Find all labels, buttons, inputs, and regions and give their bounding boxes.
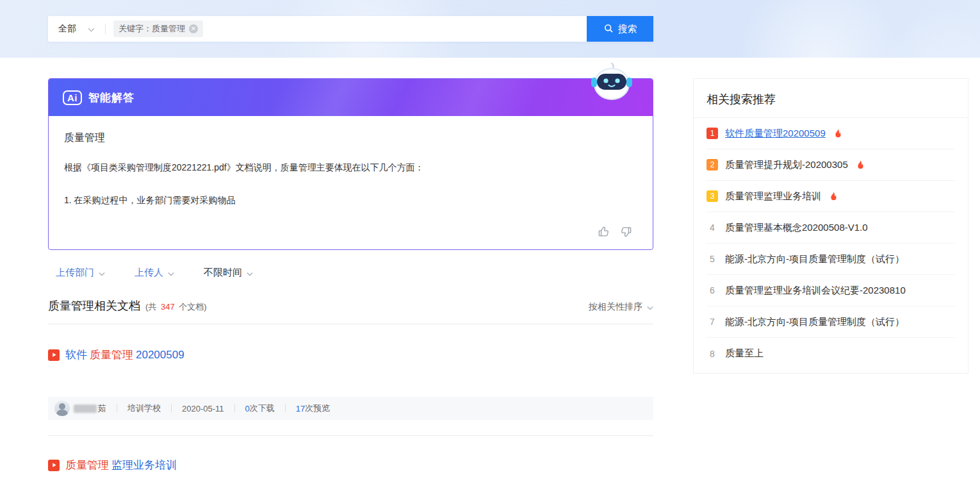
result-item-title[interactable]: 质量管理 监理业务培训 xyxy=(48,458,653,472)
divider xyxy=(234,405,235,412)
result-title-text: 软件 xyxy=(65,347,87,362)
filter-row: 上传部门 上传人 不限时间 xyxy=(48,267,653,279)
hot-flame-icon xyxy=(834,129,842,138)
thumbs-down-icon[interactable] xyxy=(620,226,632,238)
related-search-text: 质量至上 xyxy=(725,347,764,360)
ai-card-body: 质量管理 根据《项目类采购管理制度20221221.pdf》文档说明，质量管理主… xyxy=(49,116,653,249)
related-search-text: 质量管理监理业务培训 xyxy=(725,190,821,203)
related-search-link: 软件质量管理20200509 xyxy=(725,128,826,140)
search-category-dropdown[interactable]: 全部 xyxy=(48,16,105,42)
upload-date: 2020-05-11 xyxy=(182,404,224,413)
view-count: 17 xyxy=(296,404,305,413)
author-name: 茹 xyxy=(98,403,106,414)
chevron-down-icon xyxy=(168,267,174,278)
related-search-text: 能源-北京方向-项目质量管理制度（试行） xyxy=(725,316,904,328)
tag-close-icon[interactable]: ✕ xyxy=(189,24,198,33)
results-count: (共 347 个文档) xyxy=(145,301,207,313)
search-input-zone: 关键字：质量管理 ✕ xyxy=(106,16,587,42)
rank-number: 7 xyxy=(706,316,718,328)
divider xyxy=(285,405,286,412)
related-search-text: 质量管理提升规划-20200305 xyxy=(725,159,848,171)
search-icon xyxy=(603,23,614,35)
related-search-item[interactable]: 6 质量管理监理业务培训会议纪要-20230810 xyxy=(706,275,955,306)
related-search-item[interactable]: 8 质量至上 xyxy=(706,338,955,369)
related-search-item[interactable]: 7 能源-北京方向-项目质量管理制度（试行） xyxy=(706,306,955,338)
search-button-label: 搜索 xyxy=(618,23,637,35)
rank-badge: 1 xyxy=(706,128,718,139)
chevron-down-icon xyxy=(247,267,253,278)
main-column: Ai 智能解答 质量管理 根据《项目类采购管理制度20221221.pdf》文档… xyxy=(48,78,653,472)
related-search-panel: 相关搜索推荐 1 软件质量管理20200509 2 质量管理提升规划-20200… xyxy=(693,78,968,374)
filter-uploader[interactable]: 上传人 xyxy=(135,267,174,279)
ai-feedback-row xyxy=(64,226,637,242)
author-name-blurred xyxy=(74,405,97,413)
download-count: 0 xyxy=(245,404,250,413)
result-meta-bar: 茹 培训学校 2020-05-11 0 次下载 17 次预览 xyxy=(48,397,653,420)
count-suffix: 个文档) xyxy=(179,302,206,312)
filter-upload-department[interactable]: 上传部门 xyxy=(56,267,105,279)
related-search-item[interactable]: 1 软件质量管理20200509 xyxy=(706,118,955,149)
search-button[interactable]: 搜索 xyxy=(587,16,653,42)
thumbs-up-icon[interactable] xyxy=(598,226,610,238)
document-type-icon xyxy=(48,460,60,471)
avatar xyxy=(54,401,70,416)
rank-badge: 2 xyxy=(706,159,718,171)
chevron-down-icon xyxy=(99,267,105,278)
filter-label: 上传部门 xyxy=(56,267,94,279)
hot-flame-icon xyxy=(829,192,838,201)
result-title-text: 20200509 xyxy=(136,349,184,362)
filter-label: 上传人 xyxy=(135,267,163,279)
search-input[interactable] xyxy=(203,16,587,42)
result-title-highlight: 质量管理 xyxy=(65,458,109,472)
rank-number: 4 xyxy=(706,222,718,233)
related-search-text: 质量管理监理业务培训会议纪要-20230810 xyxy=(725,285,906,297)
robot-mascot-icon xyxy=(587,60,636,106)
result-title-highlight: 质量管理 xyxy=(90,347,133,362)
related-search-item[interactable]: 5 能源-北京方向-项目质量管理制度（试行） xyxy=(706,244,955,275)
top-search-bar: 全部 关键字：质量管理 ✕ 搜索 xyxy=(0,0,980,58)
chevron-down-icon xyxy=(88,24,95,34)
hot-flame-icon xyxy=(856,160,865,170)
result-item-title[interactable]: 软件 质量管理 20200509 xyxy=(48,347,653,362)
count-prefix: (共 xyxy=(145,302,156,312)
sort-dropdown[interactable]: 按相关性排序 xyxy=(589,301,653,313)
document-type-icon xyxy=(48,349,60,361)
decor-blob xyxy=(737,0,903,58)
related-search-text: 能源-北京方向-项目质量管理制度（试行） xyxy=(725,253,904,265)
search-box: 全部 关键字：质量管理 ✕ 搜索 xyxy=(48,16,653,42)
related-search-item[interactable]: 2 质量管理提升规划-20200305 xyxy=(706,149,955,181)
filter-label: 不限时间 xyxy=(204,267,242,279)
ai-query-text: 质量管理 xyxy=(64,131,637,145)
rank-badge: 3 xyxy=(706,190,718,202)
ai-logo-icon: Ai xyxy=(63,90,82,105)
keyword-tag: 关键字：质量管理 ✕ xyxy=(113,21,203,37)
author-org: 培训学校 xyxy=(127,403,161,414)
divider xyxy=(171,405,172,412)
view-label: 次预览 xyxy=(305,403,330,414)
keyword-tag-label: 关键字：质量管理 xyxy=(118,23,185,35)
rank-number: 8 xyxy=(706,348,718,360)
ai-answer-card: Ai 智能解答 质量管理 根据《项目类采购管理制度20221221.pdf》文档… xyxy=(48,78,653,250)
decor-blob xyxy=(878,6,980,58)
divider xyxy=(117,405,117,412)
sort-label: 按相关性排序 xyxy=(589,301,642,313)
ai-card-header: Ai 智能解答 xyxy=(49,79,653,116)
ai-card-title: 智能解答 xyxy=(88,90,135,105)
related-search-text: 质量管理基本概念20200508-V1.0 xyxy=(725,222,868,234)
chevron-down-icon xyxy=(647,302,653,312)
ai-answer-paragraph: 根据《项目类采购管理制度20221221.pdf》文档说明，质量管理主要体现在以… xyxy=(64,160,637,175)
rank-number: 6 xyxy=(706,285,718,296)
divider xyxy=(48,435,653,436)
results-title: 质量管理相关文档 xyxy=(48,298,140,313)
related-search-title: 相关搜索推荐 xyxy=(694,79,968,118)
results-header: 质量管理相关文档 (共 347 个文档) 按相关性排序 xyxy=(48,298,653,324)
download-label: 次下载 xyxy=(250,403,275,414)
result-title-text: 监理业务培训 xyxy=(111,458,177,472)
rank-number: 5 xyxy=(706,253,718,265)
related-search-item[interactable]: 4 质量管理基本概念20200508-V1.0 xyxy=(706,212,955,244)
ai-answer-paragraph: 1. 在采购过程中，业务部门需要对采购物品 xyxy=(64,193,637,208)
related-search-item[interactable]: 3 质量管理监理业务培训 xyxy=(706,181,955,212)
count-number: 347 xyxy=(161,302,175,312)
search-category-label: 全部 xyxy=(58,23,76,35)
filter-time-range[interactable]: 不限时间 xyxy=(204,267,253,279)
